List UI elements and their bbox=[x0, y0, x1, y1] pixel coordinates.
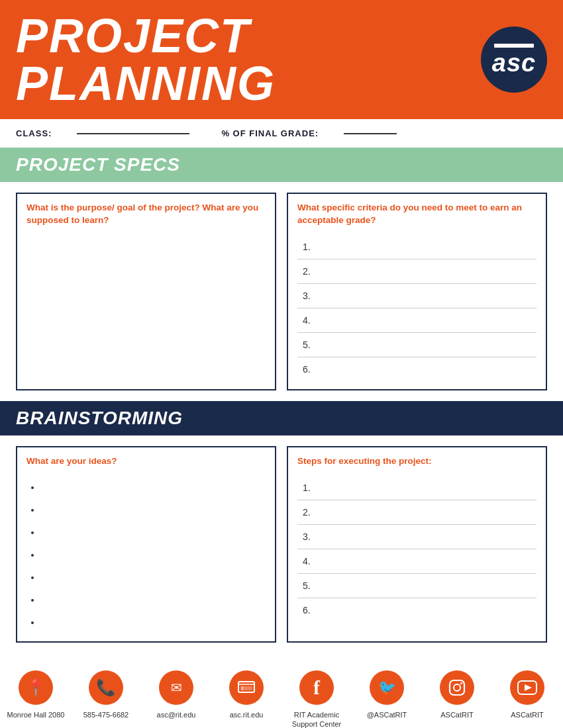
location-icon: 📍 bbox=[19, 670, 53, 705]
purpose-box: What is the purpose/ goal of the project… bbox=[16, 193, 276, 390]
criteria-box: What specific criteria do you need to me… bbox=[287, 193, 547, 390]
list-item bbox=[41, 611, 266, 633]
logo-text: asc bbox=[492, 50, 536, 75]
class-row: CLASS: % OF FINAL GRADE: bbox=[0, 119, 563, 148]
footer-label-location: Monroe Hall 2080 bbox=[7, 710, 65, 719]
grade-line bbox=[344, 133, 397, 134]
steps-prompt: Steps for executing the project: bbox=[297, 455, 537, 468]
footer-item-facebook: f RIT Academic Support Center bbox=[287, 670, 346, 728]
svg-marker-8 bbox=[525, 684, 532, 691]
footer-label-twitter: @ASCatRIT bbox=[367, 710, 407, 719]
list-item: 3. bbox=[297, 525, 537, 549]
list-item: 1. bbox=[297, 476, 537, 500]
project-specs-title: PROJECT SPECS bbox=[16, 154, 180, 175]
criteria-prompt: What specific criteria do you need to me… bbox=[297, 202, 537, 227]
criteria-list: 1. 2. 3. 4. 5. 6. bbox=[297, 235, 537, 381]
twitter-icon: 🐦 bbox=[370, 670, 404, 705]
instagram-icon bbox=[440, 670, 474, 705]
brainstorming-title: BRAINSTORMING bbox=[16, 408, 183, 428]
footer-label-website: asc.rit.edu bbox=[230, 710, 264, 719]
grade-label: % OF FINAL GRADE: bbox=[221, 128, 319, 138]
class-label: CLASS: bbox=[16, 128, 52, 138]
svg-rect-4 bbox=[450, 680, 464, 695]
footer-item-email: ✉ asc@rit.edu bbox=[147, 670, 205, 719]
purpose-prompt: What is the purpose/ goal of the project… bbox=[26, 202, 266, 227]
youtube-icon bbox=[510, 670, 544, 705]
asc-logo: asc bbox=[481, 26, 547, 93]
brainstorming-boxes: What are your ideas? Steps for executing… bbox=[0, 435, 563, 653]
list-item: 2. bbox=[297, 500, 537, 525]
footer-item-instagram: ASCatRIT bbox=[428, 670, 486, 719]
list-item: 4. bbox=[297, 308, 537, 333]
list-item: 1. bbox=[297, 235, 537, 259]
page-header: PROJECT PLANNING asc bbox=[0, 0, 563, 119]
facebook-icon: f bbox=[299, 670, 334, 705]
brainstorming-header: BRAINSTORMING bbox=[0, 401, 563, 435]
footer-label-instagram: ASCatRIT bbox=[440, 710, 474, 719]
footer: 📍 Monroe Hall 2080 📞 585-475-6682 ✉ asc@… bbox=[0, 659, 563, 728]
list-item: 2. bbox=[297, 259, 537, 284]
steps-box: Steps for executing the project: 1. 2. 3… bbox=[287, 446, 547, 643]
class-line bbox=[77, 133, 189, 134]
list-item bbox=[41, 543, 266, 566]
phone-icon: 📞 bbox=[89, 670, 123, 705]
website-icon bbox=[229, 670, 264, 705]
list-item: 5. bbox=[297, 333, 537, 357]
svg-point-6 bbox=[460, 682, 462, 684]
logo-bar bbox=[494, 44, 534, 48]
list-item bbox=[41, 521, 266, 543]
project-specs-boxes: What is the purpose/ goal of the project… bbox=[0, 182, 563, 401]
project-specs-header: PROJECT SPECS bbox=[0, 148, 563, 182]
footer-label-email: asc@rit.edu bbox=[157, 710, 196, 719]
list-item: 6. bbox=[297, 357, 537, 381]
list-item: 3. bbox=[297, 284, 537, 308]
ideas-prompt: What are your ideas? bbox=[26, 455, 266, 468]
page-title: PROJECT PLANNING bbox=[16, 12, 481, 107]
list-item bbox=[41, 476, 266, 498]
email-icon: ✉ bbox=[159, 670, 193, 705]
list-item bbox=[41, 566, 266, 588]
footer-item-youtube: ASCatRIT bbox=[498, 670, 556, 719]
steps-list: 1. 2. 3. 4. 5. 6. bbox=[297, 476, 537, 622]
ideas-list bbox=[26, 476, 266, 633]
footer-item-location: 📍 Monroe Hall 2080 bbox=[7, 670, 65, 719]
list-item: 5. bbox=[297, 574, 537, 598]
footer-label-phone: 585-475-6682 bbox=[83, 710, 129, 719]
footer-label-facebook: RIT Academic Support Center bbox=[287, 710, 346, 728]
list-item bbox=[41, 498, 266, 521]
footer-item-phone: 📞 585-475-6682 bbox=[77, 670, 135, 719]
footer-item-twitter: 🐦 @ASCatRIT bbox=[358, 670, 416, 719]
list-item bbox=[41, 588, 266, 611]
svg-point-5 bbox=[454, 684, 460, 691]
ideas-box: What are your ideas? bbox=[16, 446, 276, 643]
footer-label-youtube: ASCatRIT bbox=[511, 710, 544, 719]
list-item: 4. bbox=[297, 549, 537, 574]
footer-item-website: asc.rit.edu bbox=[217, 670, 276, 719]
list-item: 6. bbox=[297, 598, 537, 622]
